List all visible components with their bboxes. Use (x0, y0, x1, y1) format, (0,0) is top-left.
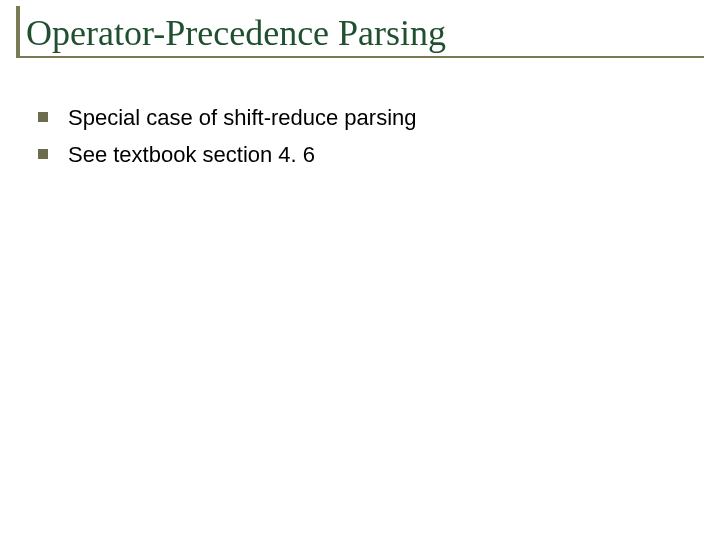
slide-title: Operator-Precedence Parsing (26, 12, 446, 54)
body-region: Special case of shift-reduce parsing See… (38, 104, 678, 177)
list-item: Special case of shift-reduce parsing (38, 104, 678, 133)
bullet-text: Special case of shift-reduce parsing (68, 104, 417, 133)
title-region: Operator-Precedence Parsing (16, 6, 704, 58)
list-item: See textbook section 4. 6 (38, 141, 678, 170)
slide: Operator-Precedence Parsing Special case… (0, 0, 720, 540)
bullet-square-icon (38, 112, 48, 122)
bullet-square-icon (38, 149, 48, 159)
bullet-text: See textbook section 4. 6 (68, 141, 315, 170)
